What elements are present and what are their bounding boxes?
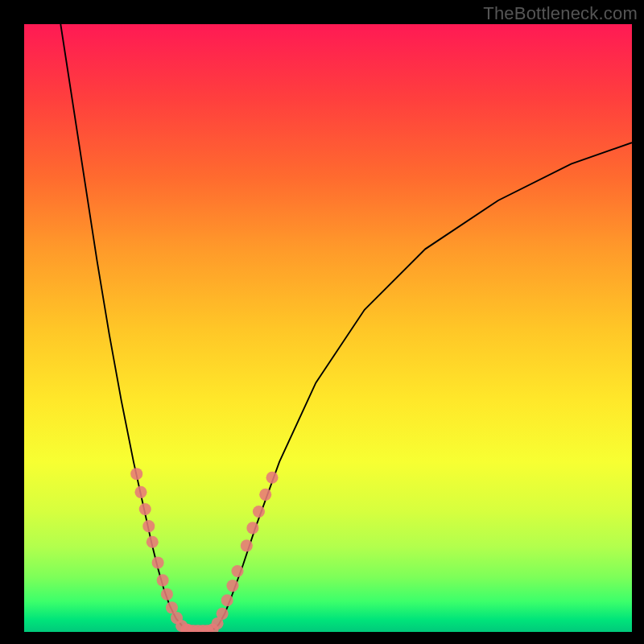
data-dot [130, 468, 142, 480]
data-dot [259, 489, 271, 501]
data-dot [241, 539, 253, 551]
data-dot [161, 588, 173, 601]
data-dot [152, 556, 164, 568]
bottleneck-chart [24, 24, 632, 632]
data-dot [231, 565, 243, 577]
data-dot [134, 486, 147, 498]
dots-right [207, 472, 279, 632]
left-curve [60, 24, 188, 630]
data-dot [142, 520, 155, 532]
right-curve [213, 142, 632, 630]
data-dot [221, 594, 233, 606]
dots-left [130, 468, 192, 632]
dots-bottom [182, 624, 213, 632]
data-dot [139, 503, 151, 515]
data-dot [166, 601, 178, 613]
data-dot [157, 574, 169, 586]
data-dot [246, 522, 258, 534]
watermark-text: TheBottleneck.com [483, 3, 638, 24]
data-dot [253, 506, 265, 518]
chart-svg [24, 24, 632, 632]
data-dot [266, 472, 278, 484]
data-dot [226, 580, 238, 592]
data-dot [147, 536, 159, 548]
data-dot [217, 608, 229, 620]
